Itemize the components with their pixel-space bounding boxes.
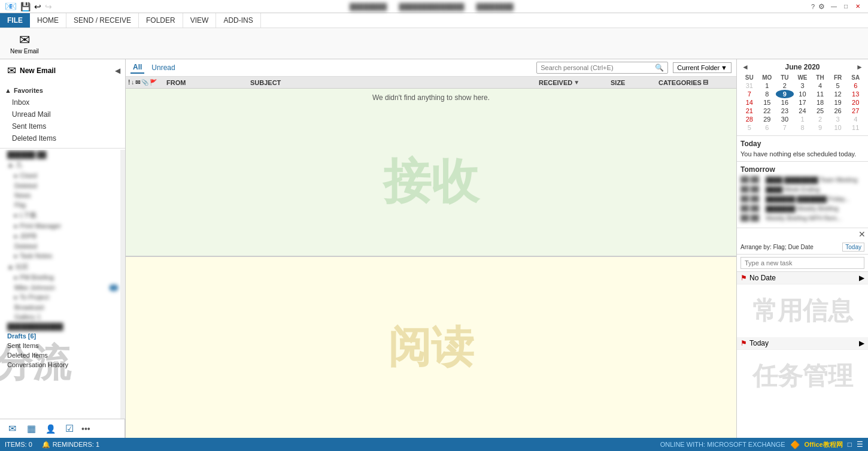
redo-icon[interactable]: ↪ [45, 2, 52, 11]
sidebar-item-sent-items[interactable]: Sent Items [0, 120, 125, 132]
calendar-day-1-2[interactable]: 9 [776, 90, 794, 98]
calendar-day-5-6[interactable]: 11 [846, 123, 864, 132]
calendar-day-0-6[interactable]: 6 [846, 81, 864, 90]
tab-send-receive[interactable]: SEND / RECEIVE [66, 13, 139, 28]
tree-item-news[interactable]: News [0, 190, 120, 200]
col-importance-icon[interactable]: ! [128, 79, 130, 86]
calendar-day-3-2[interactable]: 23 [776, 107, 794, 115]
tree-item-task-notes[interactable]: ▸ Task Notes [0, 251, 120, 261]
tree-item-drafts[interactable]: Drafts [6] [0, 331, 120, 341]
tree-item-jdpb[interactable]: ▸ JDPB [0, 231, 120, 241]
tree-item-fbg[interactable]: Fbg [0, 200, 120, 210]
calendar-day-4-4[interactable]: 2 [811, 115, 829, 123]
tree-item-download[interactable]: ▸ L下载 [0, 210, 120, 221]
tree-item-broadcast[interactable]: Broadcast [0, 302, 120, 312]
sidebar-item-inbox[interactable]: Inbox [0, 96, 125, 108]
calendar-day-2-3[interactable]: 17 [794, 98, 812, 107]
tab-file[interactable]: FILE [0, 13, 30, 28]
tree-item-pm-briefing[interactable]: ▸ PM Briefing [0, 273, 120, 283]
tree-item-sent-items[interactable]: Sent Items [0, 341, 120, 350]
tree-item-community[interactable]: ▲ 社区 [0, 261, 120, 273]
calendar-day-0-3[interactable]: 3 [794, 81, 812, 90]
col-read-icon[interactable]: ↓ [131, 79, 134, 86]
settings-icon[interactable]: ⚙ [818, 2, 825, 11]
help-button[interactable]: ? [811, 3, 815, 10]
maximize-button[interactable]: □ [840, 2, 851, 11]
tasks-panel-close-button[interactable]: ✕ [737, 228, 868, 240]
column-from[interactable]: FROM [164, 79, 248, 86]
favorites-title[interactable]: ▲ Favorites [0, 84, 125, 96]
calendar-day-0-1[interactable]: 1 [758, 81, 776, 90]
column-size[interactable]: SIZE [608, 79, 656, 86]
calendar-day-3-0[interactable]: 21 [740, 107, 758, 115]
close-button[interactable]: ✕ [852, 2, 863, 11]
calendar-day-3-3[interactable]: 24 [794, 107, 812, 115]
tree-item-to-project[interactable]: ▸ To Project [0, 292, 120, 302]
sidebar-scrollbar[interactable] [120, 150, 125, 419]
tree-item-gallery[interactable]: Gallery 1 [0, 312, 120, 322]
calendar-day-1-5[interactable]: 12 [829, 90, 847, 98]
calendar-day-3-5[interactable]: 26 [829, 107, 847, 115]
new-email-button[interactable]: ✉ New Email [5, 31, 44, 57]
nav-tasks-button[interactable]: ☑ [62, 423, 77, 434]
tab-unread[interactable]: Unread [149, 62, 177, 73]
search-input[interactable] [541, 64, 655, 71]
calendar-day-2-1[interactable]: 15 [758, 98, 776, 107]
tab-all[interactable]: All [130, 62, 144, 74]
calendar-day-1-3[interactable]: 10 [794, 90, 812, 98]
search-icon[interactable]: 🔍 [655, 63, 664, 72]
calendar-day-3-4[interactable]: 25 [811, 107, 829, 115]
task-group-no-date-header[interactable]: ⚑ No Date ▶ [737, 272, 868, 284]
save-icon[interactable]: 💾 [20, 2, 31, 11]
calendar-day-5-0[interactable]: 5 [740, 123, 758, 132]
column-subject[interactable]: SUBJECT [248, 79, 536, 86]
calendar-day-1-6[interactable]: 13 [846, 90, 864, 98]
tree-item-folder-1[interactable]: ▲ 几 [0, 159, 120, 171]
calendar-day-4-5[interactable]: 3 [829, 115, 847, 123]
nav-people-button[interactable]: 👤 [43, 424, 57, 434]
calendar-next-button[interactable]: ► [855, 63, 864, 71]
sidebar-item-deleted-items[interactable]: Deleted Items [0, 132, 125, 144]
tree-item-cloed[interactable]: ▸ Cloed [0, 171, 120, 181]
sidebar-collapse-button[interactable]: ◀ [115, 66, 120, 75]
new-email-sidebar-button[interactable]: ✉ New Email [5, 63, 58, 78]
calendar-day-4-0[interactable]: 28 [740, 115, 758, 123]
folder-dropdown[interactable]: Current Folder ▼ [673, 62, 732, 73]
calendar-day-0-4[interactable]: 4 [811, 81, 829, 90]
tasks-today-button[interactable]: Today [842, 243, 864, 252]
calendar-day-4-3[interactable]: 1 [794, 115, 812, 123]
tree-item-print-manager[interactable]: ▸ Print Manager [0, 221, 120, 231]
task-today-expand-icon[interactable]: ▶ [859, 339, 864, 347]
nav-mail-button[interactable]: ✉ [5, 423, 19, 434]
minimize-button[interactable]: — [828, 2, 839, 11]
tree-item-deleted-items[interactable]: Deleted Items [0, 350, 120, 360]
tree-item-account[interactable]: ██████ ██ [0, 150, 120, 159]
calendar-day-5-4[interactable]: 9 [811, 123, 829, 132]
calendar-day-1-0[interactable]: 7 [740, 90, 758, 98]
tree-item-mike[interactable]: Mike Johnson1 [0, 283, 120, 292]
task-group-today-header[interactable]: ⚑ Today ▶ [737, 337, 868, 350]
calendar-day-5-2[interactable]: 7 [776, 123, 794, 132]
calendar-prev-button[interactable]: ◄ [740, 63, 750, 71]
calendar-day-2-6[interactable]: 20 [846, 98, 864, 107]
tab-home[interactable]: HOME [30, 13, 66, 28]
nav-more-button[interactable]: ••• [81, 424, 90, 434]
calendar-day-5-3[interactable]: 8 [794, 123, 812, 132]
tasks-new-task-input[interactable] [740, 257, 864, 269]
tree-item-conversation-history[interactable]: Conversation History [0, 360, 120, 370]
calendar-day-4-1[interactable]: 29 [758, 115, 776, 123]
calendar-day-0-2[interactable]: 2 [776, 81, 794, 90]
tab-addins[interactable]: ADD-INS [216, 13, 260, 28]
task-expand-icon[interactable]: ▶ [859, 274, 864, 282]
calendar-day-4-6[interactable]: 4 [846, 115, 864, 123]
calendar-day-5-5[interactable]: 10 [829, 123, 847, 132]
undo-icon[interactable]: ↩ [34, 2, 41, 11]
calendar-day-0-5[interactable]: 5 [829, 81, 847, 90]
tree-item-deleted1[interactable]: Deleted [0, 181, 120, 190]
calendar-day-2-0[interactable]: 14 [740, 98, 758, 107]
sidebar-item-unread-mail[interactable]: Unread Mail [0, 108, 125, 120]
calendar-day-2-2[interactable]: 16 [776, 98, 794, 107]
tab-view[interactable]: VIEW [183, 13, 217, 28]
calendar-day-1-1[interactable]: 8 [758, 90, 776, 98]
calendar-day-0-0[interactable]: 31 [740, 81, 758, 90]
